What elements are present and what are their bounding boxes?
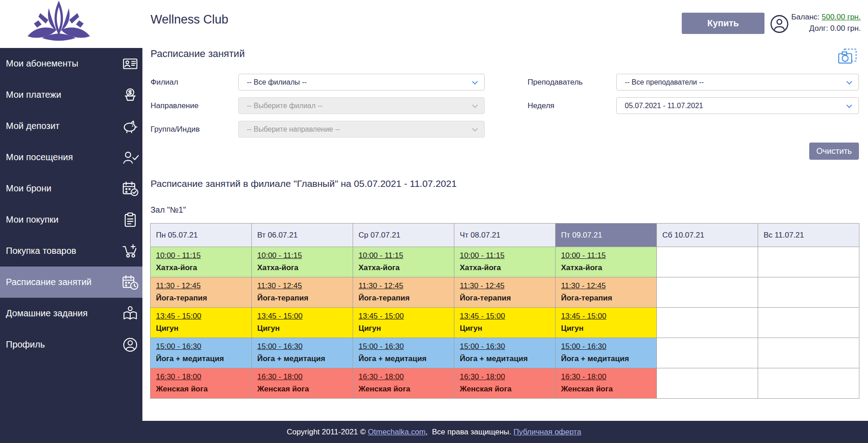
schedule-cell: 13:45 - 15:00Цигун [454,308,556,338]
id-card-icon [122,55,139,72]
schedule-cell: 16:30 - 18:00Женская йога [151,368,252,399]
clipboard-list-icon [122,211,139,229]
sidebar-item-cart-plus[interactable]: Покупка товаров [0,235,142,267]
schedule-cell: 13:45 - 15:00Цигун [252,308,353,338]
class-time-link[interactable]: 10:00 - 11:15 [359,251,403,260]
class-time-link[interactable]: 13:45 - 15:00 [257,312,302,321]
sidebar-item-calendar-check[interactable]: Мои брони [0,173,142,204]
empty-cell [657,308,758,338]
day-header: Вс 11.07.21 [758,224,859,247]
class-name: Женская йога [460,385,512,393]
class-time-link[interactable]: 16:30 - 18:00 [359,372,404,381]
class-time-link[interactable]: 13:45 - 15:00 [460,312,505,321]
class-name: Хатха-йога [460,263,501,272]
hall-title: Зал "№1" [151,205,186,215]
sidebar-item-id-card[interactable]: Мои абонементы [0,48,142,79]
sidebar-item-label: Домашние задания [6,308,122,319]
sidebar-menu: Мои абонементыМои платежиМой депозитМои … [0,48,142,421]
schedule-cell: 11:30 - 12:45Йога-терапия [252,277,353,308]
schedule-cell: 11:30 - 12:45Йога-терапия [353,277,454,308]
balance-block: Баланс: 500.00 грн. Долг: 0.00 грн. [791,11,861,34]
chevron-down-icon [846,102,852,108]
user-account-icon[interactable] [770,14,789,33]
lotus-logo-icon [25,1,93,46]
class-name: Йога + медитация [156,354,224,363]
sidebar-item-label: Мой депозит [6,121,122,131]
sidebar-item-label: Мои абонементы [6,58,122,69]
class-time-link[interactable]: 13:45 - 15:00 [561,312,606,321]
chevron-down-icon [472,79,478,85]
balance-amount-link[interactable]: 500.00 грн. [822,13,861,21]
sidebar-item-person-check[interactable]: Мои посещения [0,142,142,173]
schedule-cell: 10:00 - 11:15Хатха-йога [556,247,657,277]
sidebar-item-piggy-bank[interactable]: Мой депозит [0,110,142,142]
week-select[interactable]: 05.07.2021 - 11.07.2021 [616,97,859,114]
class-name: Хатха-йога [257,263,298,272]
class-name: Женская йога [156,385,208,393]
class-name: Хатха-йога [156,263,197,272]
week-select-value: 05.07.2021 - 11.07.2021 [625,102,703,110]
class-name: Цигун [359,324,381,333]
group-select[interactable]: -- Выберите направление -- [238,121,485,138]
buy-button[interactable]: Купить [682,13,764,34]
class-time-link[interactable]: 10:00 - 11:15 [460,251,505,260]
teacher-select[interactable]: -- Все преподаватели -- [616,74,859,91]
class-time-link[interactable]: 16:30 - 18:00 [460,372,505,381]
class-time-link[interactable]: 10:00 - 11:15 [156,251,201,260]
class-time-link[interactable]: 15:00 - 16:30 [257,342,302,351]
class-name: Женская йога [257,385,309,393]
sidebar-item-book-person[interactable]: Домашние задания [0,298,142,329]
sidebar-item-payment[interactable]: Мои платежи [0,79,142,110]
class-time-link[interactable]: 16:30 - 18:00 [156,372,201,381]
screenshot-camera-icon[interactable] [838,46,858,66]
class-time-link[interactable]: 15:00 - 16:30 [359,342,404,351]
clear-filters-button[interactable]: Очистить [809,143,859,160]
class-time-link[interactable]: 13:45 - 15:00 [359,312,404,321]
cart-plus-icon [122,243,139,260]
top-header: Wellness Club Купить Баланс: 500.00 грн.… [0,0,868,48]
schedule-cell: 13:45 - 15:00Цигун [151,308,252,338]
class-name: Йога-терапия [257,294,308,302]
page-title: Расписание занятий [151,48,245,60]
person-check-icon [122,149,139,166]
schedule-cell: 16:30 - 18:00Женская йога [252,368,353,399]
direction-select[interactable]: -- Выберите филиал -- [238,97,485,114]
week-label: Неделя [528,97,554,114]
main-content: Расписание занятий Филиал -- Все филиалы… [142,48,868,421]
class-time-link[interactable]: 15:00 - 16:30 [561,342,606,351]
sidebar-item-label: Мои покупки [6,214,122,225]
class-time-link[interactable]: 11:30 - 12:45 [359,281,403,291]
class-name: Йога-терапия [460,294,511,302]
sidebar-item-clipboard-list[interactable]: Мои покупки [0,204,142,235]
public-offer-link[interactable]: Публичная оферта [514,428,581,437]
schedule-cell: 10:00 - 11:15Хатха-йога [353,247,454,277]
class-time-link[interactable]: 11:30 - 12:45 [561,281,606,291]
balance-line: Баланс: 500.00 грн. [791,11,861,23]
class-name: Йога-терапия [561,294,612,302]
sidebar-item-profile-circle[interactable]: Профиль [0,329,142,360]
class-time-link[interactable]: 10:00 - 11:15 [257,251,302,260]
class-time-link[interactable]: 15:00 - 16:30 [460,342,505,351]
class-time-link[interactable]: 11:30 - 12:45 [156,281,201,291]
class-name: Йога + медитация [257,354,325,363]
class-time-link[interactable]: 11:30 - 12:45 [460,281,505,291]
class-time-link[interactable]: 16:30 - 18:00 [561,372,606,381]
class-time-link[interactable]: 10:00 - 11:15 [561,251,606,260]
sidebar-item-label: Мои посещения [6,152,122,162]
class-time-link[interactable]: 15:00 - 16:30 [156,342,201,351]
branch-select[interactable]: -- Все филиалы -- [238,74,485,91]
schedule-table: Пн 05.07.21Вт 06.07.21Ср 07.07.21Чт 08.0… [150,223,859,399]
class-time-link[interactable]: 16:30 - 18:00 [257,372,302,381]
sidebar-item-label: Мои платежи [6,90,122,100]
empty-cell [758,368,859,399]
class-name: Йога + медитация [561,354,629,363]
class-time-link[interactable]: 11:30 - 12:45 [257,281,302,291]
calendar-clock-icon [122,274,139,291]
teacher-select-value: -- Все преподаватели -- [625,78,704,86]
class-time-link[interactable]: 13:45 - 15:00 [156,312,201,321]
schedule-cell: 16:30 - 18:00Женская йога [353,368,454,399]
copyright-text: Copyright 2011-2021 © [287,428,368,437]
schedule-cell: 15:00 - 16:30Йога + медитация [353,338,454,368]
sidebar-item-calendar-clock[interactable]: Расписание занятий [0,267,142,298]
site-link[interactable]: Otmechalka.com [368,428,426,437]
